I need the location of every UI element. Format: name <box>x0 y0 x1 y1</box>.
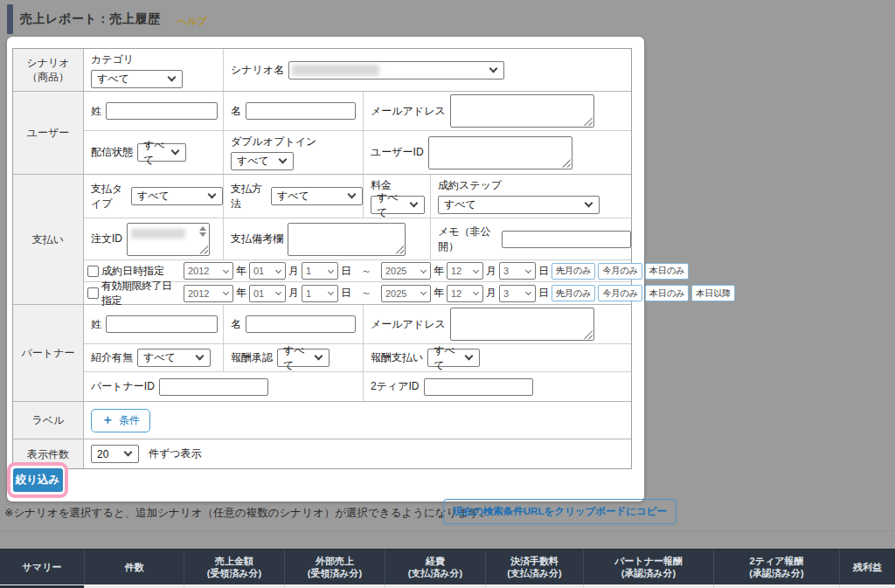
resize-handle-icon[interactable] <box>199 246 208 254</box>
scenario-name-select[interactable] <box>288 61 504 80</box>
contract-from-month-select[interactable]: 01 <box>249 262 286 280</box>
expiry-after-today-button[interactable]: 本日以降 <box>691 285 735 301</box>
pay-note-textarea[interactable] <box>288 223 406 256</box>
chevron-down-icon <box>465 352 474 361</box>
expiry-this-month-button[interactable]: 今月のみ <box>598 285 642 301</box>
expiry-date-row: 有効期限終了日指定 2012 年 01 月 1 日 <box>84 282 631 304</box>
delivery-status-select[interactable]: すべて <box>137 143 186 162</box>
pay-type-cell: 支払タイプ すべて <box>84 175 224 218</box>
col-remaining-profit: 残利益 <box>839 550 895 585</box>
col-sales-amount: 売上金額 (受領済み分) <box>184 550 284 585</box>
row-label-payment: 支払い <box>13 175 84 304</box>
partner-id-cell: パートナーID <box>84 372 364 401</box>
contract-last-month-button[interactable]: 先月のみ <box>552 263 595 280</box>
add-condition-button[interactable]: ＋ 条件 <box>91 409 150 432</box>
spinner-down-icon[interactable] <box>199 232 206 237</box>
user-email-textarea[interactable] <box>450 94 594 128</box>
partner-email-cell: メールアドレス <box>364 305 631 343</box>
contract-to-year-select[interactable]: 2025 <box>381 262 431 280</box>
help-link[interactable]: ヘルプ <box>177 15 207 28</box>
contract-this-month-button[interactable]: 今月のみ <box>598 263 642 280</box>
order-id-cell: 注文ID <box>84 218 224 259</box>
filter-button[interactable]: 絞り込み <box>13 468 63 492</box>
expiry-to-year-select[interactable]: 2025 <box>381 285 431 302</box>
pay-type-select[interactable]: すべて <box>131 187 223 205</box>
chevron-down-icon <box>196 352 205 361</box>
redacted-text <box>131 229 185 239</box>
spinner-up-icon[interactable] <box>199 226 206 231</box>
chevron-down-icon <box>275 289 281 295</box>
memo-input[interactable] <box>502 231 631 248</box>
expiry-last-month-button[interactable]: 先月のみ <box>552 285 595 301</box>
summary-table: サマリー 件数 売上金額 (受領済み分) 外部売上 (受領済み分) 経費 (支払… <box>0 549 895 588</box>
contract-date-checkbox[interactable] <box>87 266 99 277</box>
expiry-to-month-select[interactable]: 12 <box>447 285 483 302</box>
summary-table-row <box>0 585 895 588</box>
delivery-status-cell: 配信状態 すべて <box>84 131 224 174</box>
payout-select[interactable]: すべて <box>427 349 480 367</box>
col-expenses: 経費 (支払済み分) <box>385 550 485 585</box>
row-partner: パートナー 姓 名 メールアドレス <box>13 305 631 402</box>
filter-button-highlight: 絞り込み <box>7 462 68 498</box>
col-partner-reward: パートナー報酬 (承認済み分) <box>583 550 713 585</box>
col-count: 件数 <box>84 550 184 585</box>
resize-handle-icon[interactable] <box>395 246 404 254</box>
category-label: カテゴリ <box>91 52 134 67</box>
category-cell: カテゴリ すべて <box>84 49 224 91</box>
col-summary: サマリー <box>0 550 84 585</box>
pay-method-select[interactable]: すべて <box>271 187 363 205</box>
chevron-down-icon <box>171 147 180 156</box>
contract-today-button[interactable]: 本日のみ <box>645 263 689 280</box>
display-count-select[interactable]: 20 <box>91 445 139 463</box>
chevron-down-icon <box>124 448 133 457</box>
col-external-sales: 外部売上 (受領済み分) <box>284 550 385 585</box>
partner-lastname-input[interactable] <box>106 315 218 333</box>
row-display-count: 表示件数 20 件ずつ表示 <box>13 439 631 468</box>
contract-from-year-select[interactable]: 2012 <box>184 262 233 280</box>
partner-firstname-cell: 名 <box>224 305 364 343</box>
resize-handle-icon[interactable] <box>584 117 593 126</box>
spinner-icon[interactable] <box>199 226 206 237</box>
user-id-textarea[interactable] <box>428 136 572 169</box>
contract-to-month-select[interactable]: 12 <box>447 262 483 280</box>
partner-id-input[interactable] <box>159 378 268 396</box>
tier2-id-cell: 2ティアID <box>364 372 631 401</box>
user-firstname-input[interactable] <box>246 102 356 120</box>
chevron-down-icon <box>473 289 479 295</box>
partner-firstname-input[interactable] <box>246 315 356 333</box>
pay-note-cell: 支払備考欄 <box>224 218 431 259</box>
resize-handle-icon[interactable] <box>562 159 571 168</box>
tier2-id-input[interactable] <box>424 378 533 396</box>
chevron-down-icon <box>473 266 479 273</box>
double-optin-select[interactable]: すべて <box>231 152 294 170</box>
chevron-down-icon <box>208 190 217 199</box>
contract-to-day-select[interactable]: 3 <box>499 262 536 280</box>
expiry-to-day-select[interactable]: 3 <box>499 285 536 302</box>
order-id-textarea[interactable] <box>127 223 210 256</box>
partner-email-textarea[interactable] <box>450 308 594 341</box>
double-optin-cell: ダブルオプトイン すべて <box>224 131 364 174</box>
approval-select[interactable]: すべて <box>277 349 330 367</box>
expiry-from-month-select[interactable]: 01 <box>249 285 286 302</box>
expiry-from-day-select[interactable]: 1 <box>302 285 338 302</box>
plus-icon: ＋ <box>101 412 114 428</box>
row-scenario: シナリオ （商品） カテゴリ すべて シナリオ名 <box>13 49 631 92</box>
category-select[interactable]: すべて <box>91 70 183 88</box>
contract-from-day-select[interactable]: 1 <box>302 262 338 280</box>
expiry-from-year-select[interactable]: 2012 <box>184 285 233 302</box>
user-lastname-cell: 姓 <box>84 92 224 130</box>
step-select[interactable]: すべて <box>438 196 600 214</box>
title-bar: 売上レポート：売上履歴 ヘルプ <box>0 0 895 37</box>
expiry-date-checkbox[interactable] <box>87 287 99 299</box>
row-label-labels: ラベル <box>13 402 84 439</box>
resize-handle-icon[interactable] <box>584 330 593 339</box>
expiry-today-button[interactable]: 本日のみ <box>645 285 689 301</box>
pay-method-cell: 支払方法 すべて <box>224 175 364 218</box>
referral-select[interactable]: すべて <box>137 349 211 367</box>
user-id-cell: ユーザーID <box>364 131 631 174</box>
memo-cell: メモ（非公開） <box>431 218 631 259</box>
copy-search-url-button[interactable]: 現在の検索条件URLをクリップボードにコピー <box>443 499 676 524</box>
chevron-down-icon <box>328 266 334 273</box>
user-lastname-input[interactable] <box>106 102 218 120</box>
fee-select[interactable]: すべて <box>371 196 425 214</box>
